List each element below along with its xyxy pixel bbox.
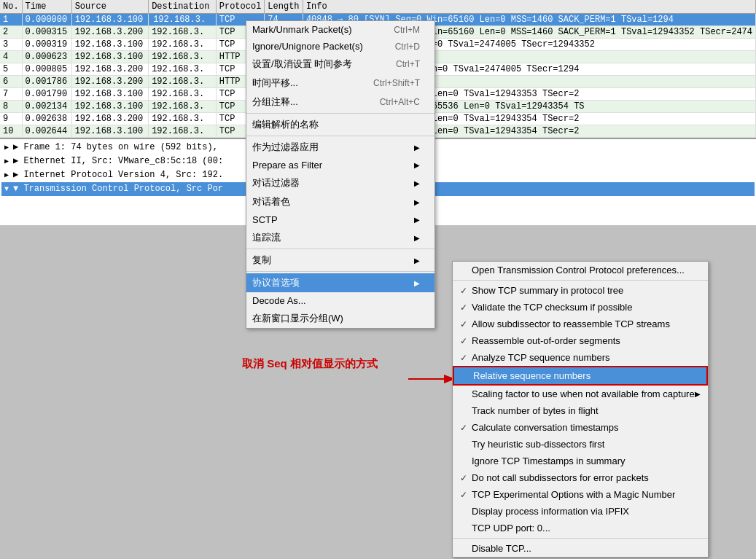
menu-item-3[interactable]: 时间平移...Ctrl+Shift+T: [246, 74, 434, 93]
cell-dst: 192.168.3.: [149, 14, 217, 26]
submenu-item-1[interactable]: ✓Show TCP summary in protocol tree: [453, 282, 708, 299]
submenu-item-label: Do not call subdissectors for error pack…: [472, 472, 649, 483]
menu-item-label: Mark/Unmark Packet(s): [252, 24, 352, 35]
menu-item-12[interactable]: 复制▶: [246, 251, 434, 270]
check-mark-icon: ✓: [460, 286, 472, 296]
submenu-item-9[interactable]: ✓Calculate conversation timestamps: [453, 419, 708, 436]
cell-no: 2: [0, 26, 22, 39]
submenu-item-12[interactable]: ✓Do not call subdissectors for error pac…: [453, 469, 708, 486]
cell-no: 4: [0, 51, 22, 63]
cell-dst: 192.168.3.: [149, 113, 217, 125]
cell-no: 9: [0, 113, 22, 125]
col-header-length: Length: [265, 0, 303, 14]
submenu-item-2[interactable]: ✓Validate the TCP checksum if possible: [453, 299, 708, 316]
submenu-item-15[interactable]: TCP UDP port: 0...: [453, 520, 708, 536]
cell-src: 192.168.3.200: [71, 63, 149, 76]
col-header-info: Info: [303, 0, 755, 14]
submenu-arrow-icon: ▶: [414, 144, 420, 152]
check-mark-icon: ✓: [460, 473, 472, 483]
col-header-protocol: Protocol: [216, 0, 265, 14]
submenu-item-11[interactable]: Ignore TCP Timestamps in summary: [453, 453, 708, 469]
submenu-item-10[interactable]: Try heuristic sub-dissectors first: [453, 436, 708, 453]
cell-src: 192.168.3.200: [71, 76, 149, 88]
submenu-item-label: Reassemble out-of-order segments: [472, 335, 620, 346]
menu-item-label: 作为过滤器应用: [252, 141, 319, 154]
submenu-item-14[interactable]: Display process information via IPFIX: [453, 503, 708, 520]
cell-dst: 192.168.3.: [149, 76, 217, 88]
cell-dst: 192.168.3.: [149, 26, 217, 39]
submenu-item-label: Track number of bytes in flight: [472, 405, 599, 416]
submenu-arrow-icon: ▶: [414, 198, 420, 206]
menu-item-14[interactable]: Decode As...: [246, 292, 434, 309]
menu-item-label: 追踪流: [252, 231, 281, 244]
submenu-item-5[interactable]: ✓Analyze TCP sequence numbers: [453, 349, 708, 366]
dst-highlight: 192.168.3.: [152, 15, 207, 25]
menu-item-label: 复制: [252, 254, 271, 267]
submenu-item-13[interactable]: ✓TCP Experimental Options with a Magic N…: [453, 486, 708, 503]
menu-item-label: 在新窗口显示分组(W): [252, 312, 343, 325]
cell-src: 192.168.3.100: [71, 14, 149, 26]
check-mark-icon: ✓: [460, 423, 472, 433]
menu-item-15[interactable]: 在新窗口显示分组(W): [246, 309, 434, 328]
submenu-arrow-icon: ▶: [414, 234, 420, 242]
menu-item-label: Decode As...: [252, 295, 306, 306]
check-mark-icon: ✓: [460, 319, 472, 329]
check-mark-icon: ✓: [460, 302, 472, 313]
menu-item-label: 分组注释...: [252, 95, 298, 109]
cell-time: 0.001786: [22, 76, 71, 88]
submenu-arrow-icon: ▶: [414, 161, 420, 169]
col-header-source: Source: [71, 0, 149, 14]
submenu-arrow-icon: ▶: [414, 216, 420, 224]
menu-item-2[interactable]: 设置/取消设置 时间参考Ctrl+T: [246, 55, 434, 74]
menu-item-4[interactable]: 分组注释...Ctrl+Alt+C: [246, 93, 434, 112]
menu-item-0[interactable]: Mark/Unmark Packet(s)Ctrl+M: [246, 21, 434, 38]
submenu-item-16[interactable]: Disable TCP...: [453, 540, 708, 557]
cell-dst: 192.168.3.: [149, 125, 217, 138]
menu-item-5[interactable]: 编辑解析的名称: [246, 115, 434, 134]
cell-no: 7: [0, 88, 22, 101]
submenu-item-4[interactable]: ✓Reassemble out-of-order segments: [453, 332, 708, 349]
cell-time: 0.002638: [22, 113, 71, 125]
submenu-item-label: Display process information via IPFIX: [472, 506, 629, 517]
menu-item-13[interactable]: 协议首选项▶: [246, 273, 434, 292]
submenu-item-3[interactable]: ✓Allow subdissector to reassemble TCP st…: [453, 316, 708, 332]
cell-time: 0.001790: [22, 88, 71, 101]
submenu-item-8[interactable]: Track number of bytes in flight: [453, 402, 708, 419]
cell-dst: 192.168.3.: [149, 88, 217, 101]
cell-time: 0.000805: [22, 63, 71, 76]
cell-src: 192.168.3.100: [71, 101, 149, 113]
cell-src: 192.168.3.100: [71, 51, 149, 63]
menu-item-1[interactable]: Ignore/Unignore Packet(s)Ctrl+D: [246, 38, 434, 55]
check-mark-icon: ✓: [460, 490, 472, 500]
cell-time: 0.002644: [22, 125, 71, 138]
submenu-item-0[interactable]: Open Transmission Control Protocol prefe…: [453, 262, 708, 278]
menu-item-label: 时间平移...: [252, 77, 298, 90]
menu-item-label: 设置/取消设置 时间参考: [252, 58, 352, 71]
submenu-arrow-icon: ▶: [695, 390, 701, 398]
menu-item-10[interactable]: SCTP▶: [246, 211, 434, 228]
menu-item-8[interactable]: 对话过滤器▶: [246, 173, 434, 192]
cell-no: 1: [0, 14, 22, 26]
submenu-item-7[interactable]: Scaling factor to use when not available…: [453, 386, 708, 402]
submenu-item-label: Try heuristic sub-dissectors first: [472, 439, 604, 450]
col-header-time: Time: [22, 0, 71, 14]
cell-src: 192.168.3.200: [71, 113, 149, 125]
menu-item-9[interactable]: 对话着色▶: [246, 192, 434, 211]
check-mark-icon: ✓: [460, 336, 472, 346]
submenu-item-label: Scaling factor to use when not available…: [472, 388, 695, 399]
menu-item-7[interactable]: Prepare as Filter▶: [246, 157, 434, 173]
context-menu[interactable]: Mark/Unmark Packet(s)Ctrl+MIgnore/Unigno…: [246, 20, 435, 329]
submenu-item-6[interactable]: Relative sequence numbers: [453, 366, 708, 386]
menu-item-6[interactable]: 作为过滤器应用▶: [246, 138, 434, 157]
menu-item-11[interactable]: 追踪流▶: [246, 228, 434, 247]
cell-time: 0.000315: [22, 26, 71, 39]
protocol-preferences-submenu[interactable]: Open Transmission Control Protocol prefe…: [452, 261, 709, 558]
submenu-item-label: Calculate conversation timestamps: [472, 422, 619, 433]
cell-no: 3: [0, 39, 22, 51]
submenu-item-label: Relative sequence numbers: [473, 370, 591, 381]
menu-shortcut: Ctrl+M: [394, 25, 420, 35]
cell-src: 192.168.3.100: [71, 125, 149, 138]
menu-item-label: 编辑解析的名称: [252, 118, 319, 131]
cell-time: 0.002134: [22, 101, 71, 113]
cell-no: 10: [0, 125, 22, 138]
